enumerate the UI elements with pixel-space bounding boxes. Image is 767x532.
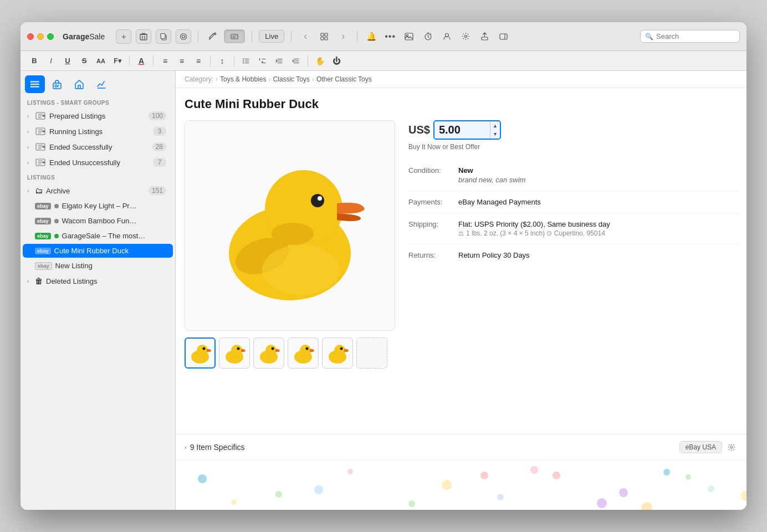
nav-back-button[interactable]: ‹ <box>298 29 313 44</box>
svg-point-55 <box>730 446 733 448</box>
thumbnail-5[interactable] <box>322 337 353 369</box>
condition-label: Condition: <box>408 166 458 175</box>
breadcrumb-sep2: › <box>268 75 270 83</box>
search-input[interactable] <box>656 32 734 40</box>
sidebar-item-prepared[interactable]: › Prepared Listings 100 <box>23 109 173 123</box>
price-input[interactable] <box>434 121 490 139</box>
confetti-area <box>176 460 746 510</box>
listing-details: US$ ▲ ▼ Buy It Now or Best Offer <box>408 120 738 369</box>
titlebar: GarageSale + Live ‹ › 🔔 ••• <box>21 22 746 51</box>
ordered-list-button[interactable] <box>255 54 270 68</box>
details-table: Condition: New brand new, can swim Payme… <box>408 160 738 266</box>
sidebar-item-garagesale[interactable]: › ebay GarageSale – The most… <box>23 229 173 243</box>
price-input-container: ▲ ▼ <box>433 120 501 140</box>
nav-fwd-button[interactable]: › <box>336 29 350 44</box>
edit-mode-button[interactable] <box>205 29 219 44</box>
timer-button[interactable] <box>421 29 435 44</box>
toolbar-sep-2 <box>252 31 252 42</box>
line-height-button[interactable]: ↕ <box>215 54 229 68</box>
sidebar-item-archive[interactable]: › 🗂 Archive 151 <box>23 183 173 198</box>
breadcrumb-classic[interactable]: Classic Toys <box>273 75 309 83</box>
shipping-row: Shipping: Flat: USPS Priority ($2.00), S… <box>408 213 738 244</box>
upload-button[interactable] <box>477 29 492 44</box>
toolbar-sep-4 <box>357 31 357 42</box>
sidebar-item-ended-fail[interactable]: › Ended Unsuccessfully 7 <box>23 155 173 170</box>
condition-row: Condition: New brand new, can swim <box>408 160 738 191</box>
svg-rect-6 <box>321 33 324 36</box>
notifications-button[interactable]: 🔔 <box>364 29 379 44</box>
font-size-button[interactable]: AA <box>94 54 108 68</box>
template-button[interactable] <box>176 29 191 44</box>
indent-button[interactable] <box>289 54 303 68</box>
ebay-badge-gray: ebay <box>35 203 51 209</box>
price-stepper: ▲ ▼ <box>490 121 500 139</box>
grid-view-button[interactable] <box>317 29 331 44</box>
more-options-button[interactable]: ••• <box>383 29 397 44</box>
sidebar-tab-listings[interactable] <box>25 75 45 93</box>
prepared-listings-count: 100 <box>149 111 166 120</box>
sidebar-item-ended-success[interactable]: › Ended Successfully 28 <box>23 140 173 154</box>
thumbnail-3[interactable] <box>253 337 284 369</box>
sidebar-tab-orders[interactable] <box>47 75 67 93</box>
align-center-button[interactable]: ≡ <box>175 54 189 68</box>
sidebar-item-elgato[interactable]: › ebay Elgato Key Light – Pr… <box>23 199 173 213</box>
live-mode-button[interactable]: Live <box>259 30 284 43</box>
duplicate-button[interactable] <box>156 29 171 44</box>
thumbnail-1[interactable] <box>185 337 216 369</box>
settings-gear-icon[interactable] <box>725 441 738 453</box>
minimize-button[interactable] <box>37 33 44 40</box>
preview-mode-button[interactable] <box>224 29 245 43</box>
condition-text: New <box>458 166 738 175</box>
search-box[interactable]: 🔍 <box>640 30 740 43</box>
sidebar-item-wacom[interactable]: › ebay Wacom Bamboo Fun… <box>23 214 173 228</box>
power-button[interactable]: ⏻ <box>329 54 344 68</box>
price-increment-button[interactable]: ▲ <box>490 121 500 130</box>
svg-point-51 <box>306 347 309 350</box>
breadcrumb-other[interactable]: Other Classic Toys <box>316 75 372 83</box>
sep2 <box>153 56 154 66</box>
svg-point-39 <box>262 245 340 295</box>
payments-value: eBay Managed Payments <box>458 198 738 206</box>
smart-group-icon <box>35 111 46 120</box>
svg-point-42 <box>203 347 206 350</box>
color-button[interactable]: A <box>134 54 149 68</box>
italic-button[interactable]: I <box>44 54 58 68</box>
thumbnail-empty[interactable] <box>356 337 387 369</box>
svg-rect-8 <box>321 37 324 40</box>
sidebar-item-new-listing[interactable]: › ebay New Listing <box>23 259 173 273</box>
returns-label: Returns: <box>408 251 458 259</box>
align-left-button[interactable]: ≡ <box>158 54 172 68</box>
align-right-button[interactable]: ≡ <box>191 54 206 68</box>
price-decrement-button[interactable]: ▼ <box>490 130 500 139</box>
bold-button[interactable]: B <box>27 54 42 68</box>
sidebar-tab-analytics[interactable] <box>91 75 111 93</box>
account-button[interactable] <box>439 29 454 44</box>
breadcrumb-toys[interactable]: Toys & Hobbies <box>220 75 266 83</box>
thumbnail-2[interactable] <box>219 337 250 369</box>
underline-button[interactable]: U <box>60 54 75 68</box>
sidebar-item-deleted[interactable]: › 🗑 Deleted Listings <box>23 274 173 288</box>
traffic-lights <box>27 33 54 40</box>
unordered-list-button[interactable] <box>239 54 253 68</box>
item-specifics-toggle[interactable]: › 9 Item Specifics <box>185 443 245 452</box>
add-listing-button[interactable]: + <box>116 29 131 44</box>
panel-toggle-button[interactable] <box>496 29 510 44</box>
sidebar-item-running[interactable]: › Running Listings 3 <box>23 124 173 139</box>
deleted-label: Deleted Listings <box>46 277 166 285</box>
search-icon: 🔍 <box>645 33 653 40</box>
image-button[interactable] <box>402 29 416 44</box>
sidebar-tab-store[interactable] <box>69 75 89 93</box>
thumbnail-4[interactable] <box>288 337 319 369</box>
maximize-button[interactable] <box>47 33 54 40</box>
font-picker-button[interactable]: F▾ <box>110 54 125 68</box>
hand-tool-button[interactable]: ✋ <box>313 54 327 68</box>
sidebar-item-rubber-duck[interactable]: › ebay Cute Mini Rubber Duck <box>23 244 173 258</box>
outdent-button[interactable] <box>272 54 287 68</box>
svg-rect-32 <box>43 162 45 163</box>
close-button[interactable] <box>27 33 34 40</box>
delete-button[interactable] <box>136 29 151 44</box>
elgato-label: Elgato Key Light – Pr… <box>62 202 166 210</box>
settings-button[interactable] <box>458 29 473 44</box>
strikethrough-button[interactable]: S <box>77 54 91 68</box>
archive-label: Archive <box>46 187 149 195</box>
